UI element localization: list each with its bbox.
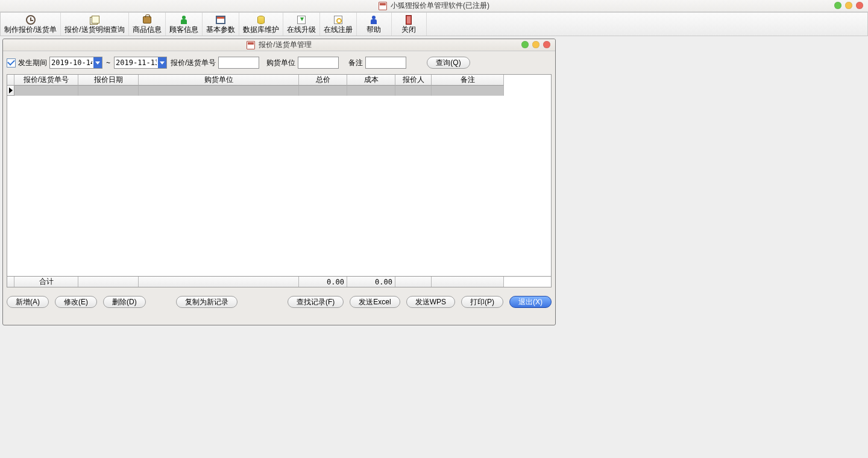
date-range-label: 发生期间 xyxy=(18,58,47,68)
top-toolbar: 制作报价/送货单 报价/送货明细查询 商品信息 顾客信息 基本参数 数据库维护 … xyxy=(0,12,868,36)
th-rowmarker xyxy=(7,75,14,86)
download-doc-icon xyxy=(297,16,306,24)
tb-help[interactable]: 帮助 xyxy=(357,13,392,36)
maximize-icon[interactable] xyxy=(845,2,852,9)
tb-close[interactable]: 关闭 xyxy=(392,13,427,36)
delete-button[interactable]: 删除(D) xyxy=(103,296,146,308)
main-titlebar: 小狐狸报价单管理软件(已注册) xyxy=(0,0,868,12)
sub-maximize-icon[interactable] xyxy=(532,41,539,48)
print-button[interactable]: 打印(P) xyxy=(461,296,503,308)
date-tilde: ~ xyxy=(105,58,112,67)
footer-total: 0.00 xyxy=(299,277,347,287)
tb-customer-info[interactable]: 顾客信息 xyxy=(166,13,203,36)
edit-button[interactable]: 修改(E) xyxy=(55,296,97,308)
key-doc-icon xyxy=(334,16,342,24)
mdi-workspace: 报价/送货单管理 发生期间 ~ xyxy=(0,36,868,458)
minimize-icon[interactable] xyxy=(834,2,841,9)
table-empty-area xyxy=(7,96,551,276)
tb-db-maintain[interactable]: 数据库维护 xyxy=(239,13,283,36)
send-excel-button[interactable]: 发送Excel xyxy=(350,296,400,308)
person-blue-icon xyxy=(371,16,377,24)
buyer-input[interactable] xyxy=(298,57,339,69)
quote-manage-window: 报价/送货单管理 发生期间 ~ xyxy=(2,39,556,325)
search-button[interactable]: 查询(Q) xyxy=(427,57,470,69)
tb-online-register[interactable]: 在线注册 xyxy=(320,13,357,36)
subwin-doc-icon xyxy=(247,41,255,49)
app-doc-icon xyxy=(379,2,387,10)
th-quoter[interactable]: 报价人 xyxy=(395,75,432,86)
table-header: 报价/送货单号 报价日期 购货单位 总价 成本 报价人 备注 xyxy=(7,75,551,86)
footer-label: 合计 xyxy=(14,277,78,287)
person-green-icon xyxy=(181,16,187,24)
find-button[interactable]: 查找记录(F) xyxy=(288,296,344,308)
clock-icon xyxy=(26,15,36,25)
footer-cost: 0.00 xyxy=(347,277,395,287)
date-from-input[interactable] xyxy=(50,57,93,68)
send-wps-button[interactable]: 发送WPS xyxy=(406,296,455,308)
copy-new-button[interactable]: 复制为新记录 xyxy=(176,296,237,308)
date-to-field xyxy=(114,57,167,69)
th-remark[interactable]: 备注 xyxy=(432,75,504,86)
quote-table: 报价/送货单号 报价日期 购货单位 总价 成本 报价人 备注 xyxy=(7,74,552,287)
close-icon[interactable] xyxy=(856,2,863,9)
th-buyer[interactable]: 购货单位 xyxy=(139,75,299,86)
door-exit-icon xyxy=(406,15,412,25)
docno-label: 报价/送货单号 xyxy=(171,58,216,68)
add-button[interactable]: 新增(A) xyxy=(7,296,49,308)
th-cost[interactable]: 成本 xyxy=(347,75,395,86)
remark-label: 备注 xyxy=(348,58,363,68)
tb-product-info[interactable]: 商品信息 xyxy=(129,13,166,36)
date-to-dropdown-icon[interactable] xyxy=(158,57,166,68)
tb-detail-query[interactable]: 报价/送货明细查询 xyxy=(61,13,128,36)
bottom-button-bar: 新增(A) 修改(E) 删除(D) 复制为新记录 查找记录(F) 发送Excel… xyxy=(7,296,552,308)
docno-input[interactable] xyxy=(218,57,259,69)
date-range-checkbox[interactable] xyxy=(7,58,16,67)
bag-icon xyxy=(143,16,151,24)
sub-close-icon[interactable] xyxy=(543,41,550,48)
exit-button[interactable]: 退出(X) xyxy=(509,296,552,308)
row-marker-icon xyxy=(7,86,14,96)
sheets-icon xyxy=(90,16,99,24)
date-to-input[interactable] xyxy=(115,57,158,68)
main-window: 小狐狸报价单管理软件(已注册) 制作报价/送货单 报价/送货明细查询 商品信息 … xyxy=(0,0,868,458)
date-from-field xyxy=(49,57,102,69)
th-total[interactable]: 总价 xyxy=(299,75,347,86)
remark-input[interactable] xyxy=(365,57,406,69)
date-from-dropdown-icon[interactable] xyxy=(93,57,102,68)
tb-make-quote[interactable]: 制作报价/送货单 xyxy=(1,13,61,36)
table-footer: 合计 0.00 0.00 xyxy=(7,276,551,287)
tb-basic-params[interactable]: 基本参数 xyxy=(203,13,239,36)
main-title-text: 小狐狸报价单管理软件(已注册) xyxy=(391,1,489,11)
th-docno[interactable]: 报价/送货单号 xyxy=(14,75,78,86)
sub-titlebar: 报价/送货单管理 xyxy=(3,39,555,51)
buyer-label: 购货单位 xyxy=(266,58,295,68)
filter-bar: 发生期间 ~ 报价/送货单号 购货单位 备注 xyxy=(7,55,552,71)
sub-minimize-icon[interactable] xyxy=(521,41,529,48)
sub-title-text: 报价/送货单管理 xyxy=(259,40,311,50)
tb-online-upgrade[interactable]: 在线升级 xyxy=(283,13,320,36)
th-date[interactable]: 报价日期 xyxy=(78,75,139,86)
table-row[interactable] xyxy=(7,86,551,96)
calendar-icon xyxy=(216,16,225,24)
database-icon xyxy=(257,16,265,24)
